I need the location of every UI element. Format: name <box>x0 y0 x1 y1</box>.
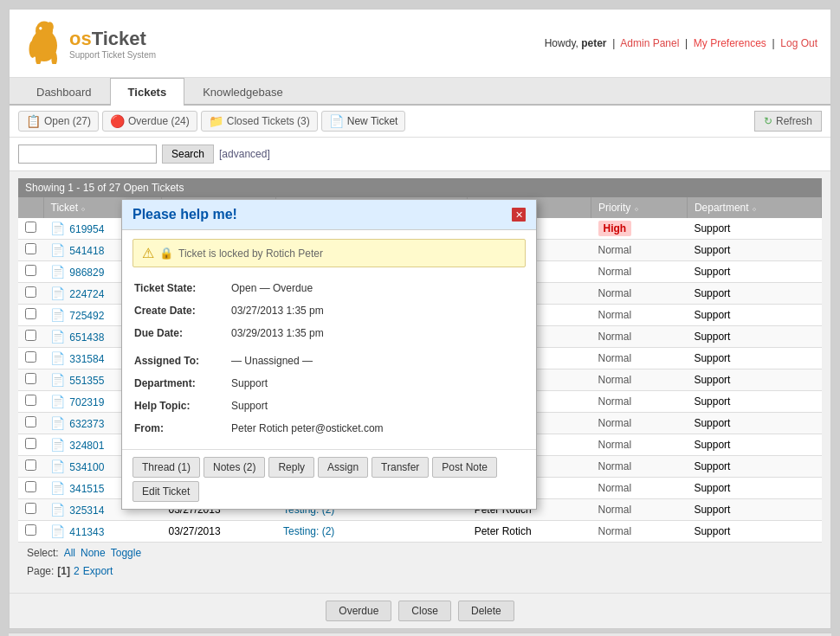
ticket-number-link[interactable]: 725492 <box>69 310 104 322</box>
page-current: [1] <box>57 565 70 577</box>
row-checkbox-cell <box>18 521 43 543</box>
ticket-subject-link[interactable]: Testing: (2) <box>283 525 334 537</box>
row-dept: Support <box>687 348 821 369</box>
row-dept: Support <box>687 434 821 456</box>
subnav-overdue[interactable]: 🔴 Overdue (24) <box>102 111 197 132</box>
ticket-number-link[interactable]: 325314 <box>69 504 104 517</box>
tab-knowledgebase[interactable]: Knowledgebase <box>184 78 301 106</box>
row-checkbox[interactable] <box>25 243 36 254</box>
row-checkbox[interactable] <box>25 265 36 276</box>
select-none-link[interactable]: None <box>81 547 106 559</box>
ticket-state-label: Ticket State: <box>134 278 229 299</box>
row-checkbox[interactable] <box>25 351 36 363</box>
row-checkbox[interactable] <box>25 286 36 298</box>
row-checkbox[interactable] <box>25 308 36 319</box>
ticket-number-link[interactable]: 224724 <box>69 288 104 300</box>
row-checkbox-cell <box>18 348 43 369</box>
tab-tickets[interactable]: Tickets <box>110 78 185 106</box>
row-checkbox[interactable] <box>25 416 36 427</box>
row-checkbox-cell <box>18 391 43 413</box>
admin-panel-link[interactable]: Admin Panel <box>620 37 679 49</box>
header: osTicket Support Ticket System Howdy, pe… <box>10 10 830 78</box>
ticket-number-link[interactable]: 619954 <box>69 223 104 235</box>
new-ticket-icon: 📄 <box>329 114 344 128</box>
transfer-button[interactable]: Transfer <box>372 457 429 478</box>
ticket-number-link[interactable]: 651438 <box>69 331 104 344</box>
advanced-search-link[interactable]: [advanced] <box>219 148 270 160</box>
page-2-link[interactable]: 2 <box>74 565 80 577</box>
priority-badge: Normal <box>598 439 632 451</box>
post-note-button[interactable]: Post Note <box>432 457 497 478</box>
due-date-label: Due Date: <box>134 323 229 344</box>
subnav-open[interactable]: 📋 Open (27) <box>18 111 99 132</box>
export-link[interactable]: Export <box>83 565 113 577</box>
overdue-button[interactable]: Overdue <box>326 601 391 621</box>
row-dept: Support <box>687 413 821 434</box>
from-label: From: <box>134 418 229 439</box>
page-label: Page: <box>27 565 54 577</box>
ticket-number-link[interactable]: 341515 <box>69 483 104 495</box>
search-input[interactable] <box>18 145 157 164</box>
svg-point-4 <box>29 41 36 58</box>
department-label: Department: <box>134 373 229 394</box>
ticket-number-link[interactable]: 986829 <box>69 267 104 279</box>
notes-button[interactable]: Notes (2) <box>204 457 265 478</box>
select-toggle-link[interactable]: Toggle <box>111 547 141 559</box>
logout-link[interactable]: Log Out <box>780 37 817 49</box>
header-nav: Howdy, peter | Admin Panel | My Preferen… <box>545 37 817 49</box>
refresh-button[interactable]: ↻ Refresh <box>754 111 822 132</box>
subnav-new-ticket[interactable]: 📄 New Ticket <box>321 111 406 132</box>
row-checkbox[interactable] <box>25 395 36 406</box>
ticket-number-link[interactable]: 702319 <box>69 396 104 408</box>
assign-button[interactable]: Assign <box>318 457 368 478</box>
subnav-closed[interactable]: 📁 Closed Tickets (3) <box>201 111 318 132</box>
row-checkbox[interactable] <box>25 503 36 514</box>
row-checkbox-cell <box>18 240 43 261</box>
ticket-number-link[interactable]: 551355 <box>69 375 104 387</box>
select-bar: Select: All None Toggle <box>18 543 822 563</box>
select-all-link[interactable]: All <box>64 547 75 559</box>
overdue-icon: 🔴 <box>110 114 125 128</box>
tab-dashboard[interactable]: Dashboard <box>18 78 110 106</box>
close-button[interactable]: Close <box>398 601 451 621</box>
open-icon: 📋 <box>26 114 41 128</box>
ticket-number-link[interactable]: 541418 <box>69 245 104 257</box>
ticket-number-link[interactable]: 534100 <box>69 461 104 473</box>
ticket-type-icon: 📄 <box>50 438 65 452</box>
row-checkbox[interactable] <box>25 438 36 449</box>
row-checkbox[interactable] <box>25 459 36 471</box>
warning-icon: ⚠ <box>142 245 154 261</box>
assigned-to-value: — Unassigned — <box>231 350 524 371</box>
delete-button[interactable]: Delete <box>458 601 514 621</box>
edit-ticket-button[interactable]: Edit Ticket <box>132 481 199 502</box>
popup-actions: Thread (1) Notes (2) Reply Assign Transf… <box>122 449 536 509</box>
ticket-number-link[interactable]: 411343 <box>69 526 104 538</box>
search-button[interactable]: Search <box>162 145 214 164</box>
row-checkbox[interactable] <box>25 330 36 341</box>
col-department[interactable]: Department ⬦ <box>687 197 821 218</box>
reply-button[interactable]: Reply <box>268 457 314 478</box>
svg-point-2 <box>47 22 54 32</box>
search-bar: Search [advanced] <box>10 138 830 171</box>
priority-badge: Normal <box>598 504 632 516</box>
help-topic-value: Support <box>231 395 524 416</box>
row-checkbox[interactable] <box>25 524 36 536</box>
ticket-number-link[interactable]: 331584 <box>69 353 104 365</box>
row-checkbox[interactable] <box>25 222 36 233</box>
subnav-new-ticket-label: New Ticket <box>347 115 398 127</box>
ticket-number-link[interactable]: 324801 <box>69 440 104 452</box>
my-preferences-link[interactable]: My Preferences <box>694 37 766 49</box>
popup-close-button[interactable]: ✕ <box>512 208 526 222</box>
ticket-number-link[interactable]: 632373 <box>69 418 104 430</box>
row-checkbox-cell <box>18 305 43 326</box>
row-priority: Normal <box>591 240 688 261</box>
sort-ticket-icon: ⬦ <box>81 203 86 213</box>
row-checkbox[interactable] <box>25 481 36 492</box>
row-priority: Normal <box>591 456 688 478</box>
row-priority: Normal <box>591 369 688 391</box>
priority-badge: High <box>598 221 632 236</box>
thread-button[interactable]: Thread (1) <box>132 457 200 478</box>
row-checkbox[interactable] <box>25 373 36 384</box>
popup-body: ⚠ 🔒 Ticket is locked by Rotich Peter Tic… <box>122 230 536 449</box>
col-priority[interactable]: Priority ⬦ <box>591 197 688 218</box>
